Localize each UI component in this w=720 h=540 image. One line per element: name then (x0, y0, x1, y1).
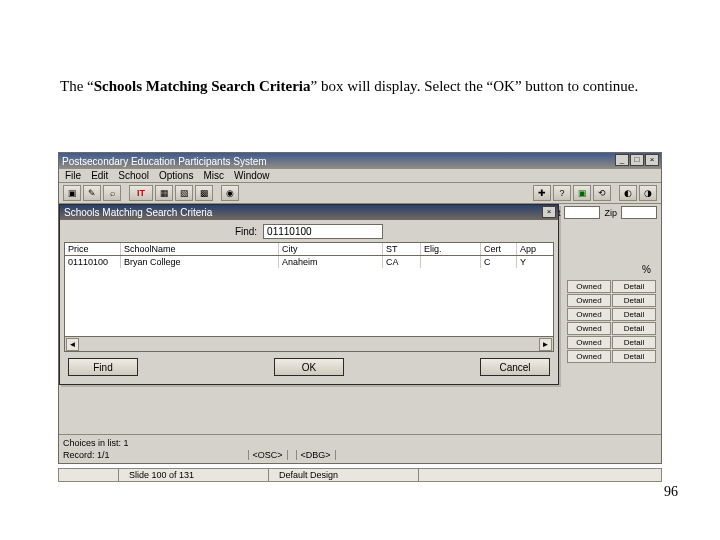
slide-indicator: Slide 100 of 131 (119, 469, 269, 481)
menubar: File Edit School Options Misc Window (59, 169, 661, 183)
osc-indicator: <OSC> (248, 450, 288, 460)
menu-school[interactable]: School (118, 170, 149, 181)
menu-misc[interactable]: Misc (203, 170, 224, 181)
owned-row: OwnedDetail (567, 294, 657, 307)
main-titlebar: Postsecondary Education Participants Sys… (59, 153, 661, 169)
search-criteria-dialog: Schools Matching Search Criteria × Find:… (59, 204, 559, 385)
owned-detail-list: OwnedDetail OwnedDetail OwnedDetail Owne… (567, 280, 657, 364)
grid-header: Price SchoolName City ST Elig. Cert App (65, 243, 553, 256)
grid-row[interactable]: 01110100 Bryan College Anaheim CA C Y (65, 256, 553, 268)
toolbar-btn-3[interactable]: ⌕ (103, 185, 121, 201)
owned-row: OwnedDetail (567, 280, 657, 293)
owned-row: OwnedDetail (567, 308, 657, 321)
choice-count: Choices in list: 1 (63, 437, 657, 449)
footer: Choices in list: 1 Record: 1/1 <OSC> <DB… (59, 434, 661, 463)
toolbar-btn-5[interactable]: ▧ (175, 185, 193, 201)
main-window: Postsecondary Education Participants Sys… (58, 152, 662, 464)
col-price: Price (65, 243, 121, 255)
record-count: Record: 1/1 (63, 450, 110, 460)
app-screenshot: Postsecondary Education Participants Sys… (58, 152, 662, 482)
toolbar-btn-8[interactable]: ✚ (533, 185, 551, 201)
toolbar-btn-11[interactable]: ⟲ (593, 185, 611, 201)
toolbar-btn-9[interactable]: ? (553, 185, 571, 201)
zip-label: Zip (604, 208, 617, 218)
toolbar-btn-it[interactable]: IT (129, 185, 153, 201)
toolbar: ▣ ✎ ⌕ IT ▦ ▧ ▩ ◉ ✚ ? ▣ ⟲ ◐ ◑ (59, 183, 661, 204)
grid-hscrollbar[interactable]: ◄ ► (65, 336, 553, 351)
menu-options[interactable]: Options (159, 170, 193, 181)
scroll-right-icon[interactable]: ► (539, 338, 552, 351)
dbg-indicator: <DBG> (296, 450, 336, 460)
toolbar-btn-10[interactable]: ▣ (573, 185, 591, 201)
toolbar-btn-4[interactable]: ▦ (155, 185, 173, 201)
col-cert: Cert (481, 243, 517, 255)
design-indicator: Default Design (269, 469, 419, 481)
col-city: City (279, 243, 383, 255)
dialog-close-button[interactable]: × (542, 206, 556, 218)
toolbar-btn-7[interactable]: ◉ (221, 185, 239, 201)
page-number: 96 (664, 484, 678, 500)
find-label: Find: (235, 226, 257, 237)
menu-edit[interactable]: Edit (91, 170, 108, 181)
menu-window[interactable]: Window (234, 170, 270, 181)
statusbar: Slide 100 of 131 Default Design (58, 468, 662, 482)
maximize-button[interactable]: □ (630, 154, 644, 166)
col-app: App (517, 243, 547, 255)
close-button[interactable]: × (645, 154, 659, 166)
ok-button[interactable]: OK (274, 358, 344, 376)
toolbar-btn-12[interactable]: ◐ (619, 185, 637, 201)
zip-input[interactable] (621, 206, 657, 219)
col-elig: Elig. (421, 243, 481, 255)
toolbar-btn-2[interactable]: ✎ (83, 185, 101, 201)
cancel-button[interactable]: Cancel (480, 358, 550, 376)
menu-file[interactable]: File (65, 170, 81, 181)
minimize-button[interactable]: _ (615, 154, 629, 166)
scroll-left-icon[interactable]: ◄ (66, 338, 79, 351)
main-window-title: Postsecondary Education Participants Sys… (62, 156, 267, 167)
owned-row: OwnedDetail (567, 336, 657, 349)
col-st: ST (383, 243, 421, 255)
toolbar-btn-6[interactable]: ▩ (195, 185, 213, 201)
owned-row: OwnedDetail (567, 350, 657, 363)
dialog-title: Schools Matching Search Criteria (64, 207, 212, 218)
owned-row: OwnedDetail (567, 322, 657, 335)
percent-label: % (642, 264, 651, 275)
st-input[interactable] (564, 206, 600, 219)
find-input[interactable] (263, 224, 383, 239)
find-button[interactable]: Find (68, 358, 138, 376)
results-grid: Price SchoolName City ST Elig. Cert App … (64, 242, 554, 352)
col-schoolname: SchoolName (121, 243, 279, 255)
instruction-text: The “Schools Matching Search Criteria” b… (60, 76, 660, 97)
toolbar-btn-1[interactable]: ▣ (63, 185, 81, 201)
toolbar-btn-13[interactable]: ◑ (639, 185, 657, 201)
dialog-titlebar: Schools Matching Search Criteria × (60, 205, 558, 220)
